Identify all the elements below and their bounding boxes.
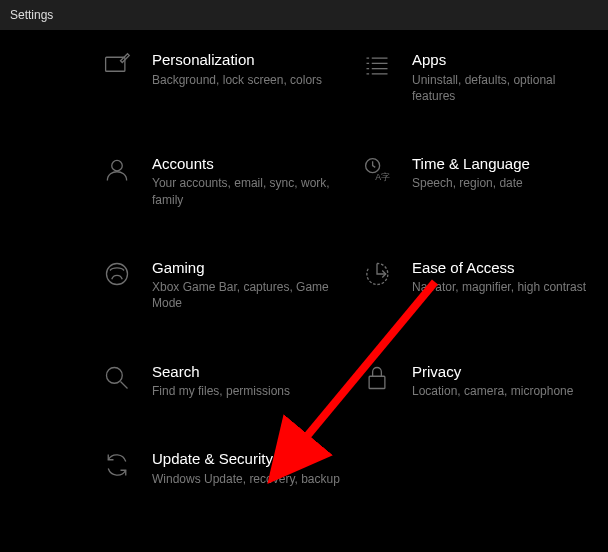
search-icon [100, 364, 134, 392]
tile-ease-of-access[interactable]: Ease of Access Narrator, magnifier, high… [360, 258, 608, 312]
update-security-icon [100, 451, 134, 479]
ease-of-access-icon [360, 260, 394, 288]
settings-grid: Personalization Background, lock screen,… [100, 50, 568, 487]
svg-point-12 [107, 263, 128, 284]
tile-gaming[interactable]: Gaming Xbox Game Bar, captures, Game Mod… [100, 258, 350, 312]
tile-update-security[interactable]: Update & Security Windows Update, recove… [100, 449, 350, 487]
time-language-icon: A字 [360, 156, 394, 184]
tile-title: Search [152, 362, 290, 382]
tile-title: Gaming [152, 258, 342, 278]
tile-subtitle: Location, camera, microphone [412, 383, 573, 399]
tile-subtitle: Your accounts, email, sync, work, family [152, 175, 342, 207]
tile-subtitle: Windows Update, recovery, backup [152, 471, 340, 487]
tile-title: Time & Language [412, 154, 530, 174]
svg-point-13 [107, 367, 123, 383]
gaming-icon [100, 260, 134, 288]
privacy-icon [360, 364, 394, 392]
svg-point-9 [112, 160, 123, 171]
window-title: Settings [10, 8, 53, 22]
tile-subtitle: Background, lock screen, colors [152, 72, 322, 88]
tile-title: Privacy [412, 362, 573, 382]
tile-title: Ease of Access [412, 258, 586, 278]
tile-title: Update & Security [152, 449, 340, 469]
svg-text:A字: A字 [375, 172, 390, 182]
titlebar: Settings [0, 0, 608, 30]
svg-line-14 [121, 381, 128, 388]
accounts-icon [100, 156, 134, 184]
settings-content: Personalization Background, lock screen,… [0, 30, 608, 487]
apps-icon [360, 52, 394, 80]
personalization-icon [100, 52, 134, 80]
tile-apps[interactable]: Apps Uninstall, defaults, optional featu… [360, 50, 608, 104]
tile-search[interactable]: Search Find my files, permissions [100, 362, 350, 400]
tile-subtitle: Uninstall, defaults, optional features [412, 72, 602, 104]
tile-subtitle: Speech, region, date [412, 175, 530, 191]
tile-privacy[interactable]: Privacy Location, camera, microphone [360, 362, 608, 400]
tile-title: Personalization [152, 50, 322, 70]
tile-title: Apps [412, 50, 602, 70]
tile-accounts[interactable]: Accounts Your accounts, email, sync, wor… [100, 154, 350, 208]
tile-title: Accounts [152, 154, 342, 174]
tile-subtitle: Narrator, magnifier, high contrast [412, 279, 586, 295]
svg-rect-15 [369, 376, 385, 388]
tile-time-language[interactable]: A字 Time & Language Speech, region, date [360, 154, 608, 208]
tile-personalization[interactable]: Personalization Background, lock screen,… [100, 50, 350, 104]
tile-subtitle: Find my files, permissions [152, 383, 290, 399]
tile-subtitle: Xbox Game Bar, captures, Game Mode [152, 279, 342, 311]
